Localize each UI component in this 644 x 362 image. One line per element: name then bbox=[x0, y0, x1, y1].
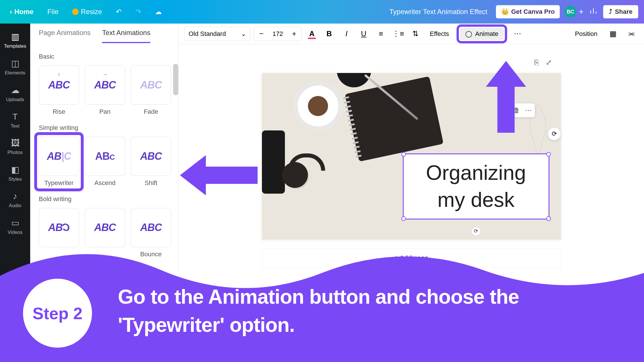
anim-fade[interactable]: ABC Fade bbox=[131, 66, 171, 115]
audio-icon: ♪ bbox=[13, 191, 17, 201]
panel-scrollbar[interactable] bbox=[173, 64, 178, 95]
anim-typewriter[interactable]: AB|C Typewriter bbox=[39, 137, 79, 187]
tutorial-arrow-left bbox=[180, 155, 258, 197]
bold-button[interactable]: B bbox=[322, 27, 336, 41]
chevron-down-icon: ⌄ bbox=[241, 30, 246, 38]
share-label: Share bbox=[615, 8, 632, 16]
resize-handle-bl[interactable] bbox=[401, 216, 406, 221]
uploads-icon: ☁ bbox=[11, 85, 20, 95]
undo-button[interactable]: ↶ bbox=[112, 5, 126, 19]
styles-icon: ◧ bbox=[11, 165, 19, 175]
left-rail: ▥Templates ◫Elements ☁Uploads TText 🖼Pho… bbox=[0, 24, 30, 362]
resize-icon bbox=[72, 9, 78, 15]
rotate-handle[interactable]: ⟳ bbox=[471, 227, 481, 236]
italic-button[interactable]: I bbox=[340, 27, 353, 41]
add-member-button[interactable]: + bbox=[579, 7, 583, 16]
anim-typewriter-highlight: AB|C Typewriter bbox=[34, 132, 84, 191]
anim-bounce[interactable]: ABC Bounce bbox=[131, 208, 171, 258]
redo-button[interactable]: ↷ bbox=[131, 5, 145, 19]
font-size-group: − 172 + bbox=[254, 27, 302, 41]
resize-handle-br[interactable] bbox=[546, 216, 551, 221]
get-pro-label: Get Canva Pro bbox=[511, 8, 555, 16]
anim-shift[interactable]: ABC Shift bbox=[131, 137, 171, 187]
rail-photos[interactable]: 🖼Photos bbox=[0, 134, 30, 160]
elements-icon: ◫ bbox=[11, 58, 19, 68]
transparency-button[interactable]: ▦ bbox=[606, 27, 620, 41]
arrow-right-icon: → bbox=[102, 72, 108, 78]
list-button[interactable]: ⋮≡ bbox=[391, 27, 405, 41]
anim-rise[interactable]: ↑ABC Rise bbox=[39, 66, 79, 115]
section-bold: Bold writing bbox=[39, 195, 170, 203]
home-button[interactable]: ‹ Home bbox=[6, 5, 38, 19]
text-icon: T bbox=[12, 112, 18, 122]
top-bar: ‹ Home File Resize ↶ ↷ ☁ Typewriter Text… bbox=[0, 0, 644, 24]
text-toolbar: Old Standard ⌄ − 172 + A B I U ≡ ⋮≡ ⇅ Ef… bbox=[179, 24, 644, 44]
animation-panel: Page Animations Text Animations Basic ↑A… bbox=[30, 24, 179, 362]
document-title[interactable]: Typewriter Text Animation Effect bbox=[389, 8, 487, 16]
rail-templates[interactable]: ▥Templates bbox=[0, 27, 30, 54]
font-name: Old Standard bbox=[189, 30, 226, 38]
tab-page-animations[interactable]: Page Animations bbox=[39, 29, 91, 43]
anim-bold-2[interactable]: ABC bbox=[85, 208, 125, 258]
text-line-1: Organizing bbox=[426, 159, 526, 186]
animate-highlight: ◯ Animate bbox=[457, 24, 507, 43]
refresh-icon[interactable]: ⟳ bbox=[548, 128, 561, 140]
rail-text[interactable]: TText bbox=[0, 107, 30, 134]
duplicate-page-icon[interactable]: ⎘ bbox=[534, 58, 539, 67]
font-size-increase[interactable]: + bbox=[287, 27, 301, 41]
share-button[interactable]: ⤴ Share bbox=[603, 5, 638, 18]
rail-audio[interactable]: ♪Audio bbox=[0, 187, 30, 213]
spacing-button[interactable]: ⇅ bbox=[409, 27, 422, 41]
videos-icon: ▭ bbox=[11, 218, 19, 228]
text-element-selected[interactable]: Organizing my desk ⟳ bbox=[403, 153, 549, 219]
link-button[interactable]: ⫘ bbox=[624, 27, 638, 41]
animate-button[interactable]: ◯ Animate bbox=[460, 28, 504, 40]
anim-bold-1[interactable]: ABC bbox=[39, 208, 79, 258]
text-line-2: my desk bbox=[437, 186, 514, 213]
insights-button[interactable] bbox=[589, 7, 597, 17]
tab-text-animations[interactable]: Text Animations bbox=[102, 29, 150, 43]
home-label: Home bbox=[14, 8, 34, 16]
underline-button[interactable]: U bbox=[357, 27, 371, 41]
animate-icon: ◯ bbox=[465, 30, 472, 38]
text-color-button[interactable]: A bbox=[305, 27, 319, 41]
align-button[interactable]: ≡ bbox=[374, 27, 388, 41]
avatar[interactable]: BC bbox=[564, 6, 576, 18]
more-button[interactable]: ⋯ bbox=[511, 27, 524, 41]
rail-styles[interactable]: ◧Styles bbox=[0, 160, 30, 187]
font-size-decrease[interactable]: − bbox=[254, 27, 269, 41]
resize-handle-tr[interactable] bbox=[546, 152, 551, 157]
rail-elements[interactable]: ◫Elements bbox=[0, 54, 30, 80]
anim-ascend[interactable]: ABC Ascend bbox=[85, 137, 125, 187]
position-button[interactable]: Position bbox=[571, 27, 601, 41]
effects-button[interactable]: Effects bbox=[426, 27, 453, 41]
resize-handle-tl[interactable] bbox=[401, 152, 406, 157]
anim-pan[interactable]: →ABC Pan bbox=[85, 66, 125, 115]
font-select[interactable]: Old Standard ⌄ bbox=[184, 27, 250, 41]
photos-icon: 🖼 bbox=[11, 138, 20, 148]
get-pro-button[interactable]: 👑 Get Canva Pro bbox=[496, 5, 560, 18]
crown-icon: 👑 bbox=[501, 8, 509, 16]
font-size-value[interactable]: 172 bbox=[269, 30, 287, 38]
file-menu[interactable]: File bbox=[43, 5, 63, 19]
resize-button[interactable]: Resize bbox=[68, 5, 106, 19]
cloud-sync-icon[interactable]: ☁ bbox=[151, 5, 166, 19]
tutorial-arrow-up bbox=[486, 61, 526, 134]
add-page-button[interactable]: + Add page bbox=[262, 248, 561, 268]
section-simple: Simple writing bbox=[39, 124, 170, 132]
section-basic: Basic bbox=[39, 53, 170, 60]
animate-label: Animate bbox=[475, 30, 499, 38]
templates-icon: ▥ bbox=[11, 32, 19, 42]
resize-label: Resize bbox=[81, 8, 102, 16]
file-label: File bbox=[47, 8, 59, 16]
rail-videos[interactable]: ▭Videos bbox=[0, 213, 30, 240]
rail-uploads[interactable]: ☁Uploads bbox=[0, 80, 30, 107]
chevron-left-icon: ‹ bbox=[10, 8, 12, 16]
arrow-up-icon: ↑ bbox=[58, 72, 60, 78]
share-icon: ⤴ bbox=[609, 8, 612, 16]
expand-page-icon[interactable]: ⤢ bbox=[546, 58, 552, 67]
